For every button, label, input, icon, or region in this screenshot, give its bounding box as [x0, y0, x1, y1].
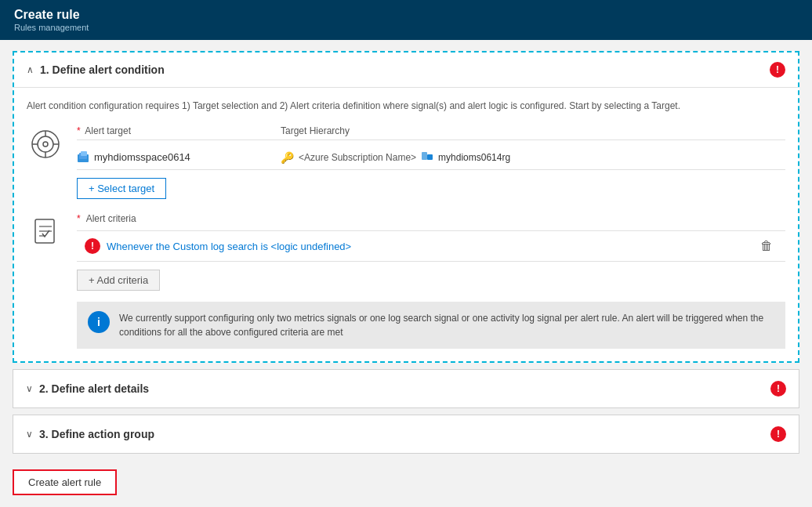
svg-rect-9	[81, 151, 87, 156]
section-1-chevron-icon: ∧	[27, 64, 34, 75]
criteria-icon-box	[27, 213, 64, 251]
field-labels-row: * Alert target Target Hierarchy	[77, 125, 785, 140]
resource-name-cell: myhdiomsspace0614	[77, 151, 281, 164]
section-1-title: 1. Define alert condition	[40, 63, 165, 76]
resource-name: myhdiomsspace0614	[94, 151, 190, 163]
info-box: i We currently support configuring only …	[77, 302, 785, 349]
subscription-placeholder: <Azure Subscription Name>	[299, 152, 416, 163]
criteria-label: Alert criteria	[86, 213, 136, 224]
section-1-error-icon: !	[770, 62, 785, 78]
field-values-row: myhdiomsspace0614 🔑 <Azure Subscription …	[77, 145, 785, 170]
section-1-header[interactable]: ∧ 1. Define alert condition !	[14, 53, 798, 88]
delete-criteria-icon[interactable]: 🗑	[756, 237, 778, 255]
section-3-card: ∨ 3. Define action group !	[13, 415, 799, 454]
section-3-header-left: ∨ 3. Define action group	[26, 428, 154, 440]
section-1-header-left: ∧ 1. Define alert condition	[27, 63, 165, 76]
section-1-card: ∧ 1. Define alert condition ! Alert cond…	[13, 51, 799, 363]
criteria-icon	[30, 216, 61, 248]
svg-rect-10	[422, 152, 427, 160]
subscription-key-icon: 🔑	[281, 151, 294, 164]
alert-criteria-row: * Alert criteria ! Whenever the Custom l…	[27, 213, 785, 349]
section-2-title: 2. Define alert details	[39, 382, 149, 395]
target-icon-box	[27, 125, 64, 163]
section-2-error-icon: !	[770, 381, 786, 397]
alert-target-label: * Alert target	[77, 125, 281, 136]
section-2-chevron-icon: ∨	[26, 383, 33, 394]
target-fields: * Alert target Target Hierarchy	[77, 125, 785, 199]
resource-group-name: myhdioms0614rg	[438, 152, 510, 163]
section-3-title: 3. Define action group	[39, 428, 154, 440]
page-subtitle: Rules management	[14, 23, 798, 32]
criteria-label-row: * Alert criteria	[77, 213, 785, 224]
alert-target-row: * Alert target Target Hierarchy	[27, 125, 785, 199]
section-3-chevron-icon: ∨	[26, 429, 33, 440]
hierarchy-cell: 🔑 <Azure Subscription Name> myhdioms0614…	[281, 150, 785, 165]
resource-cube-icon	[77, 151, 89, 164]
section-2-card: ∨ 2. Define alert details !	[13, 369, 799, 408]
info-text: We currently support configuring only tw…	[119, 311, 774, 339]
svg-point-1	[38, 136, 53, 152]
page-header: Create rule Rules management	[0, 0, 812, 40]
criteria-fields: * Alert criteria ! Whenever the Custom l…	[77, 213, 785, 349]
required-star: *	[77, 125, 81, 136]
svg-rect-11	[427, 154, 433, 160]
criteria-error-icon: !	[85, 238, 100, 254]
criteria-item-left: ! Whenever the Custom log search is <log…	[85, 238, 351, 254]
target-icon	[30, 129, 61, 160]
section-1-body: Alert condition configuration requires 1…	[14, 88, 798, 361]
section-3-error-icon: !	[770, 426, 786, 442]
select-target-button[interactable]: + Select target	[77, 178, 166, 199]
section-2-header-left: ∨ 2. Define alert details	[26, 382, 149, 395]
main-content: ∧ 1. Define alert condition ! Alert cond…	[0, 40, 812, 507]
section-2-header[interactable]: ∨ 2. Define alert details !	[13, 370, 799, 407]
criteria-required-star: *	[77, 213, 81, 224]
page-title: Create rule	[14, 8, 798, 22]
info-icon: i	[88, 311, 110, 333]
criteria-link[interactable]: Whenever the Custom log search is <logic…	[107, 241, 351, 252]
create-alert-rule-button[interactable]: Create alert rule	[13, 469, 117, 495]
resource-group-icon	[421, 150, 433, 165]
section-1-description: Alert condition configuration requires 1…	[27, 99, 785, 113]
target-hierarchy-label: Target Hierarchy	[281, 125, 785, 136]
add-criteria-button[interactable]: + Add criteria	[77, 270, 160, 291]
criteria-item: ! Whenever the Custom log search is <log…	[77, 230, 785, 262]
section-3-header[interactable]: ∨ 3. Define action group !	[13, 415, 799, 453]
svg-point-2	[43, 142, 48, 147]
